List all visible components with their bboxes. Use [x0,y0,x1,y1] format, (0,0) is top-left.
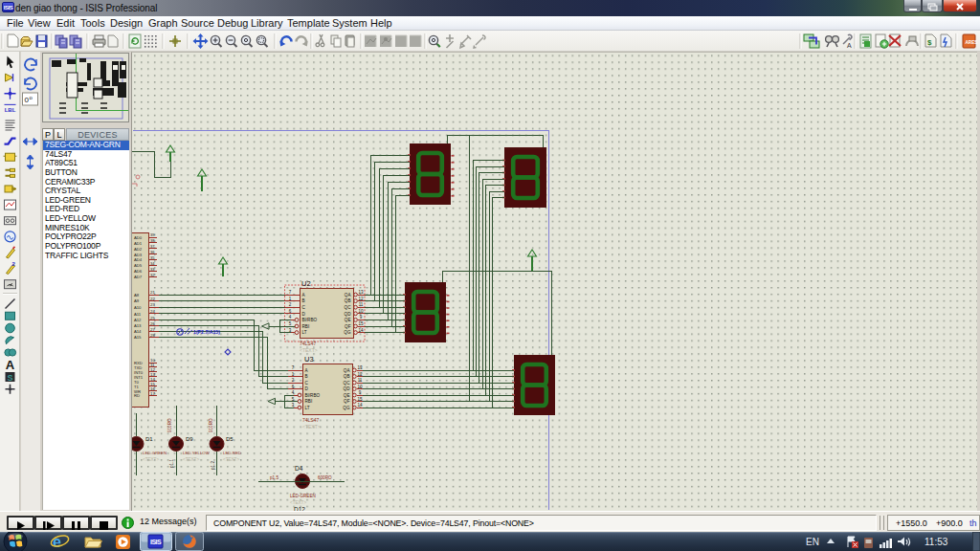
svg-text:LED-GREEN: LED-GREEN [290,494,316,498]
svg-text:27: 27 [150,327,155,332]
svg-text:13: 13 [357,365,363,370]
svg-text:QF: QF [345,324,351,329]
svg-text:BI/RBO: BI/RBO [305,393,321,398]
svg-text:A14: A14 [134,329,142,334]
svg-text:QE: QE [344,393,350,398]
svg-text:AD1: AD1 [134,241,143,246]
svg-text:QA: QA [345,293,352,298]
svg-text:11:53: 11:53 [924,537,948,547]
svg-text:28: 28 [150,333,155,338]
svg-text:LED-GREEN: LED-GREEN [143,451,167,455]
svg-text:D9: D9 [186,436,193,442]
svg-text:QB: QB [345,298,351,303]
svg-text:A12: A12 [134,318,142,322]
svg-text:<TEXT>: <TEXT> [183,457,199,462]
svg-text:25: 25 [150,316,155,320]
svg-text:QC: QC [345,305,352,310]
svg-text:D1: D1 [145,436,153,442]
svg-text:14: 14 [357,403,363,408]
svg-text:QE: QE [345,318,351,322]
svg-text:U2: U2 [301,279,311,288]
svg-text:AD4: AD4 [134,257,143,262]
svg-text:24: 24 [150,309,155,314]
svg-text:<TEXT>: <TEXT> [223,457,239,462]
svg-text:AD7: AD7 [134,275,143,279]
svg-text:<TEXT>: <TEXT> [290,500,306,505]
svg-text:ISIS: ISIS [150,539,162,545]
svg-text:10: 10 [358,309,364,314]
svg-text:AD5: AD5 [134,263,143,268]
svg-text:U3: U3 [304,355,314,364]
svg-text:38: 38 [150,238,155,243]
svg-text:AD0: AD0 [134,235,143,240]
svg-text:910RO: 910RO [167,418,172,432]
svg-text:74LS47: 74LS47 [300,341,316,346]
svg-text:74LS47: 74LS47 [302,417,319,423]
svg-text:A9: A9 [134,298,140,303]
svg-text:1(P2.7/A15): 1(P2.7/A15) [193,329,220,335]
svg-text:LED-YELLOW: LED-YELLOW [183,451,211,455]
svg-text:11: 11 [359,302,364,307]
svg-text:10: 10 [357,385,363,389]
svg-text:D4: D4 [295,465,303,472]
svg-text:A10: A10 [134,305,142,310]
svg-text:A11: A11 [134,312,142,317]
svg-text:QG: QG [343,406,350,410]
svg-text:LT: LT [302,330,307,335]
svg-text:EN: EN [806,537,819,547]
svg-text:A15: A15 [134,335,142,340]
svg-text:11: 11 [358,378,363,383]
svg-text:B: B [302,298,305,303]
svg-text:600RO: 600RO [318,475,332,480]
svg-text:A: A [6,358,15,372]
svg-text:QD: QD [345,312,352,317]
svg-text:QF: QF [344,399,350,404]
svg-text:B: B [305,374,308,379]
svg-text:15: 15 [357,397,363,402]
svg-text:AD2: AD2 [134,247,143,252]
svg-text:p1.2: p1.2 [211,461,215,470]
svg-text:910RO: 910RO [209,418,213,432]
svg-text:12: 12 [357,372,363,377]
svg-text:BI/RBO: BI/RBO [302,318,318,322]
svg-text:$: $ [927,38,932,47]
svg-text:17: 17 [150,391,155,396]
svg-text:26: 26 [150,321,155,326]
svg-text:RBI: RBI [305,399,313,404]
svg-text:39: 39 [150,232,155,237]
svg-text:A13: A13 [134,323,142,328]
svg-text:15: 15 [358,321,364,326]
svg-text:QA: QA [344,368,351,373]
svg-text:33: 33 [150,267,155,272]
svg-text:21: 21 [150,290,155,295]
svg-text:QD: QD [344,386,351,391]
svg-text:LED-RED: LED-RED [223,451,241,455]
svg-text:37: 37 [150,244,155,249]
svg-text:LBL: LBL [5,107,16,113]
svg-text:12: 12 [358,297,364,301]
svg-text:13: 13 [358,290,364,295]
svg-text:RD: RD [134,393,140,398]
svg-text:QG: QG [344,330,351,335]
svg-text:RBI: RBI [302,324,310,329]
svg-text:AD3: AD3 [134,253,143,257]
svg-text:36: 36 [150,250,155,254]
svg-text:35: 35 [150,255,155,260]
svg-text:AD6: AD6 [134,269,143,274]
svg-text:<TEXT>: <TEXT> [300,347,318,353]
svg-text:A8: A8 [134,293,140,298]
svg-text:<TEXT>: <TEXT> [143,457,159,462]
svg-text:32: 32 [150,273,155,277]
svg-text:A: A [847,42,852,49]
svg-text:22: 22 [150,297,155,301]
svg-text:QC: QC [344,381,351,386]
svg-text:LT: LT [305,406,310,410]
svg-text:23: 23 [150,302,155,307]
svg-text:S: S [7,373,12,383]
svg-text:ARES: ARES [966,40,978,45]
svg-text:QB: QB [344,374,350,379]
svg-text:34: 34 [150,261,155,266]
svg-text:p1.5: p1.5 [270,475,278,480]
svg-text:<TEXT>: <TEXT> [302,424,321,430]
svg-text:14: 14 [358,328,364,333]
